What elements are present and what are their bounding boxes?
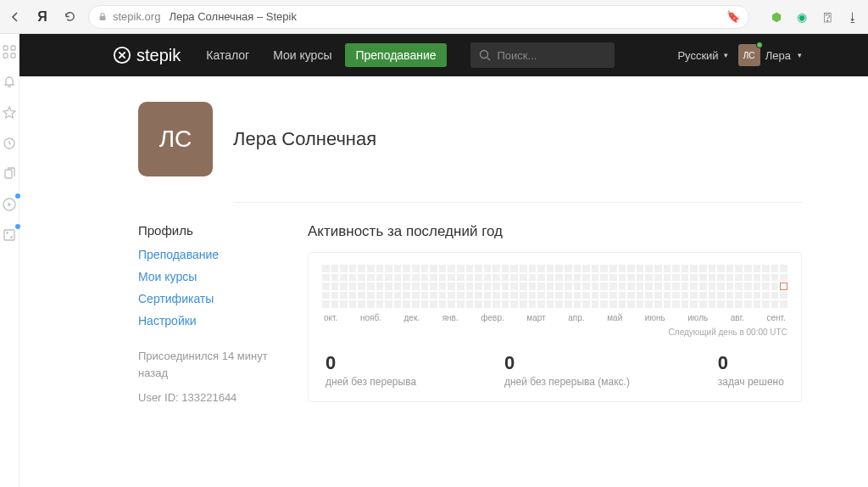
divider	[233, 202, 802, 203]
activity-section: Активность за последний год окт.нояб.дек…	[308, 223, 802, 406]
stepik-logo-icon	[113, 46, 131, 64]
language-selector[interactable]: Русский▾	[677, 49, 727, 62]
topbar: stepik Каталог Мои курсы Преподавание По…	[19, 34, 868, 76]
nav-my-courses[interactable]: Мои курсы	[263, 34, 342, 76]
search-icon	[479, 49, 491, 61]
nav-teaching[interactable]: Преподавание	[345, 43, 446, 67]
stat-max-streak: 0 дней без перерыва (макс.)	[504, 352, 630, 388]
sidebar-link-certificates[interactable]: Сертификаты	[138, 292, 274, 305]
rail-history-icon[interactable]	[0, 134, 19, 153]
left-rail	[0, 34, 19, 487]
sidebar-head: Профиль	[138, 223, 274, 238]
user-menu[interactable]: ЛС Лера▾	[738, 44, 802, 66]
sidebar-link-settings[interactable]: Настройки	[138, 314, 274, 327]
bookmark-icon[interactable]: 🔖	[726, 10, 740, 23]
stat-streak: 0 дней без перерыва	[326, 352, 416, 388]
browser-extensions: ⬢ ◉ ⍰ ⭳	[768, 8, 861, 25]
user-id: User ID: 133221644	[138, 389, 274, 406]
brand-logo[interactable]: stepik	[113, 46, 181, 65]
svg-rect-4	[11, 53, 15, 58]
avatar-large: ЛС	[138, 102, 213, 176]
next-day-note: Следующий день в 00:00 UTC	[322, 327, 787, 337]
stat-solved: 0 задач решено	[718, 352, 784, 388]
svg-point-10	[480, 51, 487, 59]
svg-rect-3	[3, 53, 8, 58]
sidebar-link-teaching[interactable]: Преподавание	[138, 248, 274, 261]
online-indicator	[756, 42, 763, 48]
page-title-chrome: Лера Солнечная – Stepik	[169, 10, 297, 23]
activity-heading: Активность за последний год	[308, 223, 802, 240]
avatar-small: ЛС	[738, 44, 760, 66]
months-row: окт.нояб.дек.янв.февр.мартапр.майиюньиюл…	[322, 313, 787, 322]
svg-rect-6	[5, 170, 12, 178]
joined-text: Присоединился 14 минут назад	[138, 348, 274, 381]
ext-icon-1[interactable]: ⬢	[768, 8, 785, 25]
svg-rect-1	[3, 46, 8, 50]
ext-icon-2[interactable]: ◉	[793, 8, 810, 25]
content: ЛС Лера Солнечная Профиль Преподавание М…	[19, 76, 868, 487]
svg-rect-0	[100, 16, 106, 20]
yandex-icon[interactable]: Я	[34, 8, 51, 25]
svg-rect-8	[4, 230, 14, 240]
reload-button[interactable]	[61, 8, 78, 25]
rail-star-icon[interactable]	[0, 104, 19, 122]
activity-card: окт.нояб.дек.янв.февр.мартапр.майиюньиюл…	[308, 252, 802, 402]
rail-play-icon[interactable]	[0, 195, 19, 214]
nav-catalog[interactable]: Каталог	[196, 34, 259, 76]
svg-rect-2	[11, 46, 15, 50]
address-bar[interactable]: stepik.org Лера Солнечная – Stepik 🔖	[88, 5, 749, 29]
browser-chrome: Я stepik.org Лера Солнечная – Stepik 🔖 ⬢…	[0, 0, 868, 34]
rail-apps-icon[interactable]	[0, 42, 19, 61]
profile-name: Лера Солнечная	[233, 128, 376, 150]
activity-heatmap	[322, 265, 787, 308]
ext-icon-3[interactable]: ⍰	[819, 8, 836, 25]
profile-sidebar: Профиль Преподавание Мои курсы Сертифика…	[138, 223, 274, 406]
download-icon[interactable]: ⭳	[844, 8, 861, 25]
rail-screenshot-icon[interactable]	[0, 226, 19, 244]
lock-icon	[97, 12, 108, 22]
rail-bell-icon[interactable]	[0, 73, 19, 92]
search-placeholder: Поиск...	[498, 49, 537, 62]
rail-copy-icon[interactable]	[0, 165, 19, 183]
url-domain: stepik.org	[113, 10, 160, 23]
sidebar-link-my-courses[interactable]: Мои курсы	[138, 270, 274, 283]
search-input[interactable]: Поиск...	[470, 42, 615, 68]
brand-text: stepik	[136, 46, 181, 65]
profile-header: ЛС Лера Солнечная	[138, 102, 802, 176]
back-button[interactable]	[7, 8, 24, 25]
